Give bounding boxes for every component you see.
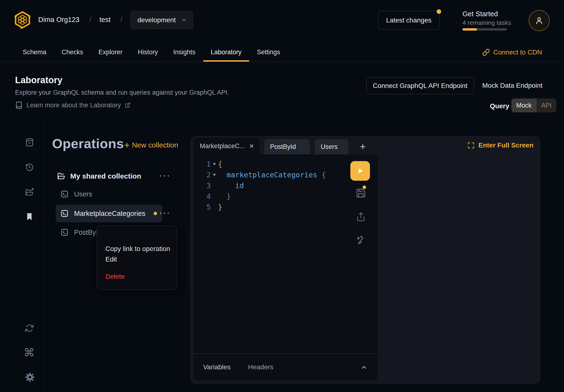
notification-dot xyxy=(437,9,441,14)
collection-menu-button[interactable]: ··· xyxy=(159,171,171,180)
get-started-progress-fill xyxy=(462,28,477,31)
connect-to-cdn-link[interactable]: Connect to CDN xyxy=(482,43,542,62)
editor-tab-marketplace[interactable]: MarketplaceC... xyxy=(193,138,260,154)
saved-operations-icon[interactable] xyxy=(25,212,34,222)
operations-title: Operations xyxy=(52,136,124,151)
new-tab-button[interactable]: + xyxy=(356,139,370,154)
run-query-button[interactable] xyxy=(350,161,370,181)
operation-item-users[interactable]: Users xyxy=(56,185,162,203)
primary-nav: Schema Checks Explorer History Insights … xyxy=(0,43,564,62)
prettify-query-button[interactable] xyxy=(355,235,366,246)
variables-tab[interactable]: Variables xyxy=(203,363,231,371)
operation-icon xyxy=(60,228,69,237)
variant-selector[interactable]: development xyxy=(130,11,193,29)
app-logo-icon[interactable] xyxy=(14,11,31,29)
chevron-down-icon xyxy=(181,17,187,23)
latest-changes-button[interactable]: Latest changes xyxy=(378,11,440,30)
collection-name: My shared collection xyxy=(70,172,141,180)
code-token: } xyxy=(218,192,231,200)
add-collection-icon[interactable] xyxy=(25,187,35,197)
code-line: 5 } xyxy=(193,202,326,212)
code-token: } xyxy=(218,203,222,211)
get-started-subtitle: 4 remaining tasks xyxy=(462,19,511,27)
breadcrumb-separator: / xyxy=(121,16,122,23)
code-line: 1 { xyxy=(193,159,326,169)
toggle-option-api[interactable]: API xyxy=(536,98,557,112)
keyboard-shortcuts-icon[interactable]: ⌘ xyxy=(24,346,35,359)
line-number: 3 xyxy=(193,180,211,191)
page-description: Explore your GraphQL schema and run quer… xyxy=(15,89,229,96)
line-number: 1 xyxy=(193,159,211,169)
learn-more-link[interactable]: Learn more about the Laboratory xyxy=(15,101,130,109)
tab-checks[interactable]: Checks xyxy=(62,43,83,62)
new-collection-button[interactable]: + New collection xyxy=(124,140,178,150)
enter-fullscreen-button[interactable]: Enter Full Screen xyxy=(468,141,533,149)
editor-tab-users[interactable]: Users xyxy=(315,139,348,154)
enter-fullscreen-label: Enter Full Screen xyxy=(479,141,533,149)
operation-name: Users xyxy=(74,190,92,198)
get-started-progress xyxy=(462,28,507,31)
mock-data-endpoint-button[interactable]: Mock Data Endpoint xyxy=(482,77,542,94)
person-icon xyxy=(535,16,544,25)
connect-graphql-endpoint-button[interactable]: Connect GraphQL API Endpoint xyxy=(366,77,474,94)
code-line: 3 id xyxy=(193,180,326,191)
operation-icon xyxy=(60,209,69,218)
code-token: id xyxy=(218,182,244,190)
play-icon xyxy=(356,167,364,175)
editor-tab-postbyid[interactable]: PostById xyxy=(264,139,310,154)
connect-to-cdn-label: Connect to CDN xyxy=(493,49,542,56)
plus-icon: + xyxy=(124,140,130,150)
chevron-up-icon xyxy=(360,364,368,371)
fold-toggle-icon[interactable] xyxy=(211,174,218,176)
mock-data-endpoint-label: Mock Data Endpoint xyxy=(482,82,542,89)
tab-schema[interactable]: Schema xyxy=(23,43,46,62)
code-token: { xyxy=(317,171,326,179)
external-link-icon xyxy=(125,102,130,108)
editor-tab-label: MarketplaceC... xyxy=(200,142,245,150)
operation-icon xyxy=(60,190,69,198)
laboratory-screen: Dima Org123 / test / development Latest … xyxy=(0,0,564,392)
menu-item-edit[interactable]: Edit xyxy=(105,255,117,263)
operation-name: MarketplaceCategories xyxy=(74,210,145,218)
documentation-icon[interactable] xyxy=(25,138,34,147)
line-number: 2 xyxy=(193,169,211,180)
folder-open-icon xyxy=(57,172,66,181)
settings-gear-icon[interactable] xyxy=(25,372,35,382)
toggle-option-mock[interactable]: Mock xyxy=(511,98,536,112)
operation-context-menu: Copy link to operation Edit Delete xyxy=(97,226,177,290)
user-avatar[interactable] xyxy=(529,10,550,31)
book-icon xyxy=(15,101,23,109)
fold-toggle-icon[interactable] xyxy=(211,163,218,165)
refresh-schema-icon[interactable] xyxy=(25,323,34,333)
operation-menu-button[interactable]: ··· xyxy=(159,209,171,217)
get-started-title[interactable]: Get Started xyxy=(462,10,498,18)
tab-settings[interactable]: Settings xyxy=(257,43,280,62)
save-operation-button[interactable] xyxy=(356,188,366,198)
breadcrumb-graph[interactable]: test xyxy=(99,16,111,24)
close-icon[interactable] xyxy=(249,143,254,149)
tab-laboratory[interactable]: Laboratory xyxy=(211,43,242,62)
new-collection-label: New collection xyxy=(132,141,178,149)
code-token: marketplaceCategories xyxy=(218,171,317,179)
rail-divider xyxy=(44,123,45,392)
operation-history-icon[interactable] xyxy=(25,163,34,172)
collapse-panel-button[interactable] xyxy=(360,364,368,371)
breadcrumb-separator: / xyxy=(89,16,91,23)
page-title: Laboratory xyxy=(15,75,62,85)
tab-explorer[interactable]: Explorer xyxy=(98,43,123,62)
collection-row[interactable]: My shared collection xyxy=(56,167,162,185)
tab-insights[interactable]: Insights xyxy=(173,43,195,62)
query-mode-label: Query xyxy=(490,102,509,110)
headers-tab[interactable]: Headers xyxy=(248,363,273,371)
query-mode-toggle[interactable]: Mock API xyxy=(511,98,556,112)
fullscreen-icon xyxy=(468,142,475,149)
share-operation-button[interactable] xyxy=(356,212,366,222)
line-number: 4 xyxy=(193,191,211,202)
tab-history[interactable]: History xyxy=(138,43,158,62)
unsaved-changes-dot xyxy=(363,185,366,189)
operation-item-marketplace-categories[interactable]: MarketplaceCategories xyxy=(56,205,162,222)
breadcrumb-org[interactable]: Dima Org123 xyxy=(38,16,79,24)
menu-item-delete[interactable]: Delete xyxy=(105,273,125,280)
query-code[interactable]: 1 { 2 marketplaceCategories { 3 id 4 } 5… xyxy=(193,159,326,212)
code-line: 4 } xyxy=(193,191,326,202)
